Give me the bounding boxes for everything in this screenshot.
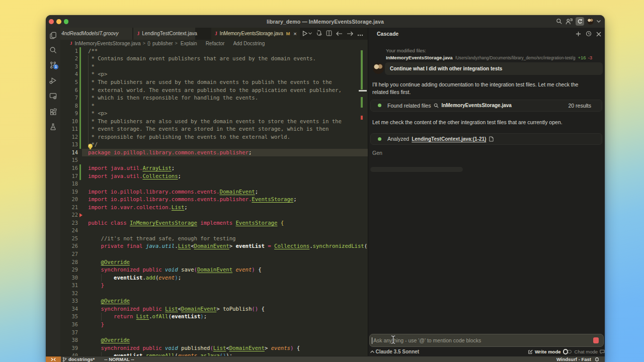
tool-action-label: Analyzed bbox=[387, 136, 409, 142]
remote-explorer-icon[interactable] bbox=[46, 90, 60, 102]
code-line-15: 15 bbox=[60, 156, 368, 164]
scm-badge: 1 bbox=[53, 64, 58, 69]
account-chevron-down-icon[interactable] bbox=[597, 20, 601, 23]
model-selector[interactable]: Claude 3.5 Sonnet bbox=[370, 349, 420, 354]
source-control-icon[interactable]: 1 bbox=[46, 59, 60, 71]
gutter-marker bbox=[79, 213, 83, 217]
lightbulb-icon[interactable] bbox=[87, 143, 94, 149]
more-actions-icon[interactable] bbox=[357, 29, 363, 38]
testing-flask-icon[interactable] bbox=[46, 121, 60, 133]
mode-toggle[interactable] bbox=[563, 349, 572, 354]
tab-close-icon[interactable]: × bbox=[293, 31, 296, 37]
cascade-header: Cascade bbox=[368, 28, 605, 40]
history-icon[interactable] bbox=[586, 30, 592, 39]
text-caret bbox=[372, 337, 372, 344]
user-message-avatar bbox=[373, 63, 384, 74]
new-conversation-icon[interactable] bbox=[576, 30, 581, 39]
code-line-8: 8 * bbox=[60, 102, 368, 110]
close-panel-icon[interactable] bbox=[596, 30, 601, 39]
code-line-36: 36 } bbox=[60, 321, 368, 329]
code-line-18: 18 bbox=[60, 180, 368, 188]
analyzed-file-link[interactable]: LendingTestContext.java:(1-21) bbox=[412, 136, 486, 142]
navigate-forward-icon[interactable] bbox=[347, 29, 353, 38]
codelens-explain[interactable]: Explain bbox=[181, 41, 197, 46]
extensions-icon[interactable] bbox=[46, 106, 60, 118]
code-line-20: 20import io.pillopl.library.commons.even… bbox=[60, 196, 368, 204]
user-message-text: Continue what I did with other integrati… bbox=[390, 66, 502, 71]
navigate-back-icon[interactable] bbox=[336, 29, 343, 38]
run-file-button[interactable] bbox=[302, 31, 312, 36]
tab-readmodels-groovy[interactable]: 4ndReadModelsIT.groovy bbox=[60, 28, 132, 40]
chat-bubble-icon bbox=[600, 349, 605, 354]
breadcrumb-separator: > bbox=[175, 41, 178, 46]
code-line-24: 24 bbox=[60, 227, 368, 235]
overview-error-marker bbox=[361, 116, 363, 120]
bell-icon[interactable] bbox=[595, 357, 599, 362]
editor-lines: 1/**2 * Contains domain event publishers… bbox=[60, 47, 368, 356]
server-status[interactable]: Windsurf - Fast bbox=[556, 356, 591, 362]
ibeam-cursor bbox=[391, 335, 395, 346]
codelens-refactor[interactable]: Refactor bbox=[206, 41, 225, 46]
code-line-37: 37 bbox=[60, 329, 368, 337]
run-debug-icon[interactable] bbox=[46, 75, 60, 87]
tool-action-label: Found related files bbox=[387, 103, 431, 109]
cascade-panel: Cascade Your modi bbox=[368, 28, 605, 356]
overview-added-marker bbox=[361, 50, 363, 89]
removed-lines-count: -3 bbox=[588, 55, 592, 60]
stop-button[interactable] bbox=[593, 337, 599, 343]
explorer-icon[interactable] bbox=[46, 29, 60, 41]
status-dot bbox=[378, 104, 381, 107]
chat-mode-label[interactable]: Chat mode bbox=[575, 349, 598, 354]
code-line-1: 1/** bbox=[60, 47, 368, 55]
tool-call-search[interactable]: Found related files InMemoryEventsStorag… bbox=[370, 100, 602, 112]
tool-call-analyzed[interactable]: Analyzed LendingTestContext.java:(1-21) bbox=[370, 133, 602, 145]
code-line-5: 5 * The publishers are used by the domai… bbox=[60, 78, 368, 86]
open-changes-icon[interactable] bbox=[316, 29, 322, 38]
code-editor[interactable]: 1/**2 * Contains domain event publishers… bbox=[60, 47, 368, 356]
split-editor-icon[interactable] bbox=[326, 29, 332, 38]
ide-window: library_demo — InMemoryEventsStorage.jav… bbox=[46, 15, 605, 362]
tab-label: LendingTestContext.java bbox=[142, 31, 197, 36]
remote-indicator[interactable] bbox=[46, 356, 61, 362]
tool-result-count: 20 results bbox=[568, 103, 591, 109]
code-line-34: 34 synchronized public List<DomainEvent>… bbox=[60, 305, 368, 313]
tab-inmemoryeventsstorage[interactable]: J InMemoryEventsStorage.java M × bbox=[211, 28, 300, 40]
tab-bar: 4ndReadModelsIT.groovy J LendingTestCont… bbox=[60, 28, 368, 40]
git-branch-icon[interactable] bbox=[62, 357, 67, 362]
breadcrumb-symbol[interactable]: publisher bbox=[152, 41, 173, 46]
write-mode-icon bbox=[528, 349, 533, 354]
tab-label: InMemoryEventsStorage.java bbox=[220, 31, 283, 36]
branch-name[interactable]: docstrings* bbox=[68, 356, 95, 362]
input-placeholder: Ask anything - use '@' to mention code b… bbox=[373, 334, 481, 347]
write-mode-label[interactable]: Write mode bbox=[535, 349, 561, 354]
run-chevron-icon bbox=[308, 32, 312, 35]
code-line-28: 28 @Override bbox=[60, 258, 368, 266]
code-line-13: 13 */ bbox=[60, 141, 368, 149]
code-line-3: 3 * bbox=[60, 63, 368, 71]
tool-target-file: InMemoryEventsStorage.java bbox=[441, 103, 512, 108]
code-line-14: 14package io.pillopl.library.common.even… bbox=[60, 149, 368, 157]
assistant-paragraph: Let me check the content of the other in… bbox=[372, 119, 594, 126]
user-avatar[interactable] bbox=[587, 18, 594, 25]
cascade-title: Cascade bbox=[377, 31, 398, 37]
code-line-39: 39 synchronized public void published(Li… bbox=[60, 344, 368, 352]
code-line-33: 33 @Override bbox=[60, 297, 368, 305]
file-icon bbox=[489, 136, 494, 142]
breadcrumb-file[interactable]: InMemoryEventsStorage.java bbox=[75, 41, 141, 46]
tab-lendingtestcontext[interactable]: J LendingTestContext.java bbox=[133, 28, 196, 40]
code-line-4: 4 * <p> bbox=[60, 70, 368, 78]
search-sidebar-icon[interactable] bbox=[46, 44, 60, 56]
code-line-29: 29 synchronized public void save(DomainE… bbox=[60, 266, 368, 274]
loading-shimmer bbox=[370, 167, 463, 172]
code-line-21: 21import io.vavr.collection.List; bbox=[60, 204, 368, 212]
code-line-23: 23public class InMemoryEventsStorage imp… bbox=[60, 219, 368, 227]
windsurf-logo-button[interactable] bbox=[576, 17, 584, 26]
codelens-docstring[interactable]: Add Docstring bbox=[233, 41, 265, 46]
titlebar-search-icon[interactable] bbox=[556, 18, 562, 25]
assistant-icon[interactable] bbox=[566, 18, 573, 25]
titlebar: library_demo — InMemoryEventsStorage.jav… bbox=[46, 15, 605, 28]
cascade-input[interactable]: Ask anything - use '@' to mention code b… bbox=[369, 334, 604, 347]
assistant-paragraph: I'll help you continue adding documentat… bbox=[372, 81, 594, 97]
modified-file-row[interactable]: InMemoryEventsStorage.java /Users/andyzh… bbox=[386, 54, 592, 61]
code-line-35: 35 return List.ofAll(eventList); bbox=[60, 313, 368, 321]
